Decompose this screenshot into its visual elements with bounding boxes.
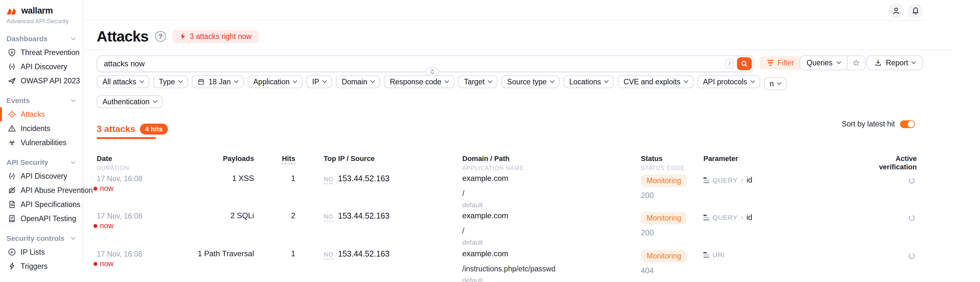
table-row[interactable]: 17 Nov, 16:08 now 2 SQLi 2 NO153.44.52.1… [0,210,980,247]
col-status: Status [641,155,662,163]
filter-button-label: Filter [778,59,794,67]
sidebar-item-vulnerabilities[interactable]: ☣ Vulnerabilities [0,136,83,150]
duration-label: now [100,184,113,193]
country-code[interactable]: NO [324,176,334,184]
filter-chip-response-code[interactable]: Response code [384,75,454,88]
chevron-down-icon [153,98,158,103]
sidebar-item-label: Incidents [21,124,50,133]
sidebar-section-api-security[interactable]: API Security [0,156,83,169]
col-date-sub: DURATION [97,165,129,171]
filter-chip-api-protocols[interactable]: API protocols [697,75,760,88]
duration-label: now [100,222,113,230]
filter-chip-target[interactable]: Target [458,75,497,88]
queries-button[interactable]: Queries [800,56,848,70]
user-icon [892,6,901,16]
attacks-now-badge[interactable]: 3 attacks right now [172,30,259,43]
page-title: Attacks [97,28,149,45]
stack-icon [703,215,709,220]
attacks-now-label: 3 attacks right now [190,32,252,41]
brand-subtitle: Advanced API Security [6,18,83,25]
active-verification-status [908,212,916,224]
active-verification-status [908,175,916,187]
status-badge: Monitoring [641,212,687,224]
table-row[interactable]: 17 Nov, 16:08 now 1 XSS 1 NO153.44.52.16… [0,173,980,210]
chevron-down-icon [750,79,755,83]
warning-triangle-icon [8,124,16,133]
sidebar-item-incidents[interactable]: Incidents [0,121,83,136]
attack-duration: now [94,184,113,193]
stack-icon [703,252,709,258]
sidebar-item-threat-prevention[interactable]: Threat Prevention [0,45,83,60]
parameter-name: id [747,213,752,222]
attack-payloads: 1 Path Traversal [178,249,254,258]
filter-icon [767,60,774,66]
filter-chip-locations[interactable]: Locations [563,75,614,88]
calendar-icon [197,78,205,85]
filter-chip-ip[interactable]: IP [306,75,332,88]
search-expand-toggle[interactable] [426,68,439,76]
filter-chip-application[interactable]: Application [248,75,303,88]
report-button[interactable]: Report [867,55,923,70]
wallarm-logo [6,7,19,15]
parameter-type: URI [713,251,725,259]
col-domain-sub: APPLICATION NAME [462,165,524,171]
attack-domain: example.com / default [462,174,508,209]
col-domain: Domain / Path [462,155,510,163]
sort-control: Sort by latest hit [842,120,915,128]
filter-chip-type[interactable]: Type [153,75,188,88]
chevron-down-icon [684,79,688,83]
col-payloads: Payloads [178,155,254,163]
filter-chip-all-attacks[interactable]: All attacks [97,75,149,88]
user-button[interactable] [888,3,904,19]
country-code[interactable]: NO [324,213,334,222]
filter-chips-row-2: Authentication [97,95,162,108]
brand[interactable]: wallarm Advanced API Security [0,0,83,25]
col-verification: Active verification [875,155,917,171]
chevron-down-icon [293,79,297,83]
search-button[interactable] [737,57,752,70]
attack-hits: 1 [266,174,295,183]
queries-button-group: Queries ☆ [799,55,865,70]
section-label: API Security [6,158,48,167]
sidebar-section-events[interactable]: Events [0,94,83,107]
table-row[interactable]: 17 Nov, 16:08 now 1 Path Traversal 1 NO1… [0,248,980,282]
application-name: default [462,201,508,209]
active-verification-status [908,250,916,262]
sidebar-item-label: Vulnerabilities [21,138,67,147]
country-code[interactable]: NO [324,251,334,260]
filter-chip-n[interactable]: n [764,77,787,90]
chevron-down-icon [371,79,375,83]
sidebar-item-owasp-api-2023[interactable]: OWASP API 2023 [0,74,83,88]
attack-ip: NO153.44.52.163 [324,211,390,222]
attack-date: 17 Nov, 16:08 [97,250,143,258]
search-input[interactable] [104,59,725,68]
favorite-star-button[interactable]: ☆ [848,56,865,70]
chevron-down-icon [445,79,449,83]
filter-chip-domain[interactable]: Domain [336,75,380,88]
attack-domain: example.com / default [462,211,508,246]
live-dot-icon [94,224,97,228]
chip-label: n [770,79,774,88]
verification-ring-icon [908,177,916,184]
notifications-button[interactable] [908,3,923,19]
sidebar-item-label: Threat Prevention [21,48,80,57]
results-tab[interactable]: 3 attacks 4 hits [97,124,168,135]
star-icon: ☆ [852,58,860,68]
sort-toggle[interactable] [900,120,915,128]
filter-chip-cve-and-exploits[interactable]: CVE and exploits [618,75,693,88]
status-badge: Monitoring [641,250,687,262]
filter-button[interactable]: Filter [759,56,802,70]
sidebar-item-api-discovery[interactable]: API Discovery [0,60,83,74]
status-code: 200 [641,228,687,237]
duration-label: now [100,260,113,268]
filter-chip-date[interactable]: 18 Jan [192,75,244,88]
hits-sort-header[interactable]: Hits [282,155,295,164]
sidebar-section-dashboards[interactable]: Dashboards [0,33,83,45]
col-ip: Top IP / Source [324,155,375,163]
filter-chip-authentication[interactable]: Authentication [97,95,162,108]
help-icon[interactable]: ? [155,31,166,42]
sidebar-item-attacks[interactable]: Attacks [0,107,83,121]
download-icon [874,59,882,67]
topbar [84,0,924,21]
filter-chip-source-type[interactable]: Source type [501,75,560,88]
